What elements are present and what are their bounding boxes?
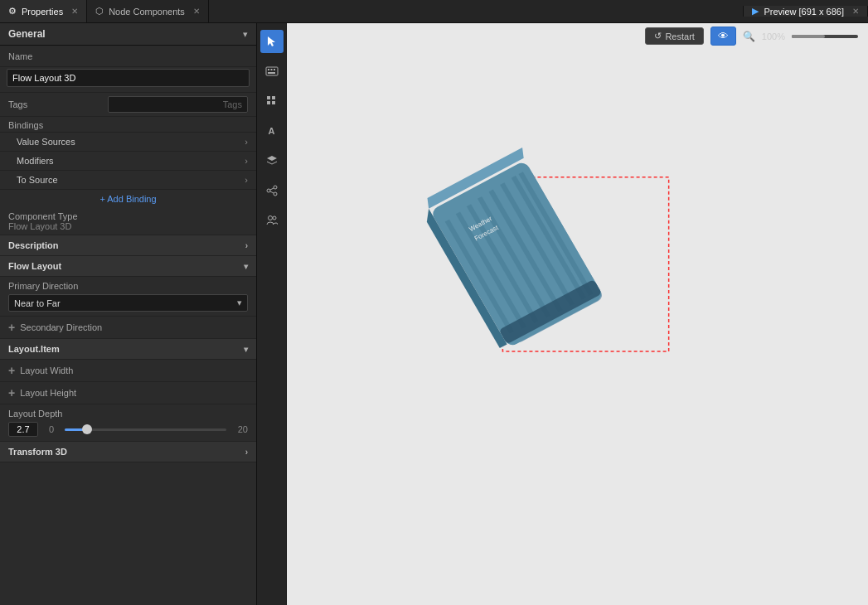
tags-input[interactable]: Tags	[108, 96, 248, 113]
node-components-tab-label: Node Components	[109, 7, 185, 17]
to-source-label: To Source	[17, 175, 58, 185]
tab-preview[interactable]: ▶ Preview [691 x 686] ✕	[744, 6, 868, 17]
svg-rect-2	[268, 69, 269, 70]
eye-icon: 👁	[718, 30, 729, 42]
flow-layout-label: Flow Layout	[8, 261, 61, 271]
left-panel: General ▾ Name Tags Tags Bindings Value …	[0, 23, 257, 605]
svg-marker-10	[267, 156, 277, 161]
svg-marker-0	[268, 36, 275, 46]
flow-layout-chevron-icon: ▾	[244, 262, 248, 271]
layout-height-label: Layout Height	[20, 388, 76, 398]
layout-height-row[interactable]: + Layout Height	[0, 382, 256, 404]
keyboard-icon	[265, 66, 279, 76]
primary-direction-dropdown-icon: ▾	[237, 298, 242, 308]
pointer-icon	[266, 36, 278, 47]
svg-line-16	[270, 188, 274, 190]
layout-depth-label: Layout Depth	[8, 409, 248, 419]
name-input[interactable]	[7, 69, 250, 87]
layout-depth-max: 20	[231, 424, 248, 434]
layout-depth-slider-thumb[interactable]	[82, 424, 92, 434]
keyboard-tool-button[interactable]	[260, 60, 284, 83]
preview-toolbar: ↺ Restart 👁 🔍 100%	[635, 23, 868, 49]
svg-line-17	[270, 191, 274, 193]
users-tool-button[interactable]	[260, 209, 284, 232]
node-components-tab-icon: ⬡	[95, 6, 104, 17]
primary-direction-value: Near to Far	[14, 298, 61, 308]
svg-rect-6	[267, 96, 270, 99]
svg-point-19	[273, 216, 276, 220]
layout-depth-row: Layout Depth 0 20	[0, 404, 256, 442]
name-input-row	[0, 67, 256, 93]
tags-placeholder: Tags	[223, 99, 242, 109]
primary-direction-label: Primary Direction	[8, 281, 248, 291]
layout-depth-controls: 0 20	[8, 422, 248, 437]
secondary-direction-row[interactable]: + Secondary Direction	[0, 317, 256, 339]
grid-tool-button[interactable]	[260, 90, 284, 113]
component-type-row: Component Type Flow Layout 3D	[0, 208, 256, 235]
tags-row: Tags Tags	[0, 93, 256, 117]
layout-depth-slider-track	[65, 428, 226, 431]
share-icon	[266, 185, 278, 196]
add-binding-button[interactable]: + Add Binding	[0, 190, 256, 208]
tags-label: Tags	[8, 99, 108, 109]
description-chevron-icon: ›	[245, 241, 248, 250]
zoom-fill	[792, 35, 825, 38]
properties-tab-close[interactable]: ✕	[71, 7, 78, 16]
svg-point-14	[274, 186, 277, 189]
primary-direction-row: Primary Direction Near to Far ▾	[0, 277, 256, 317]
layout-width-row[interactable]: + Layout Width	[0, 360, 256, 382]
text-size-icon: A	[269, 126, 275, 136]
to-source-row[interactable]: To Source ›	[0, 171, 256, 190]
3d-preview-svg: Weather Forecast	[287, 23, 868, 605]
layout-depth-input[interactable]	[8, 422, 38, 437]
text-size-tool-button[interactable]: A	[260, 119, 284, 143]
transform-3d-section-header[interactable]: Transform 3D ›	[0, 442, 256, 462]
svg-line-11	[267, 162, 272, 164]
modifiers-arrow-icon: ›	[245, 156, 248, 166]
layout-depth-min: 0	[43, 424, 60, 434]
tab-properties[interactable]: ⚙ Properties ✕	[0, 0, 87, 22]
component-type-label: Component Type	[8, 211, 78, 221]
svg-rect-4	[274, 69, 275, 70]
description-section-header[interactable]: Description ›	[0, 235, 256, 256]
node-components-tab-close[interactable]: ✕	[193, 7, 200, 16]
modifiers-row[interactable]: Modifiers ›	[0, 152, 256, 171]
layers-tool-button[interactable]	[260, 149, 284, 172]
restart-button[interactable]: ↺ Restart	[645, 27, 703, 45]
zoom-slider[interactable]	[792, 35, 858, 38]
icon-bar: A	[257, 23, 287, 605]
restart-icon: ↺	[654, 31, 662, 41]
zoom-level: 100%	[762, 31, 785, 41]
pointer-tool-button[interactable]	[260, 30, 284, 53]
modifiers-label: Modifiers	[17, 156, 54, 166]
svg-rect-9	[272, 101, 275, 104]
grid-icon	[266, 95, 278, 107]
tab-node-components[interactable]: ⬡ Node Components ✕	[87, 0, 209, 22]
layout-width-label: Layout Width	[20, 365, 73, 375]
svg-rect-8	[267, 101, 270, 104]
preview-scene: Weather Forecast	[287, 23, 868, 605]
secondary-direction-label: Secondary Direction	[20, 322, 102, 332]
preview-tab-close[interactable]: ✕	[852, 7, 859, 16]
preview-tab-label: Preview [691 x 686]	[764, 7, 844, 17]
layout-width-plus-icon: +	[8, 364, 15, 377]
search-icon: 🔍	[743, 31, 755, 42]
svg-line-12	[272, 162, 277, 164]
bindings-section-label: Bindings	[0, 117, 256, 133]
value-sources-arrow-icon: ›	[245, 137, 248, 147]
preview-wrapper: ↺ Restart 👁 🔍 100%	[287, 23, 868, 605]
eye-button[interactable]: 👁	[710, 27, 736, 46]
name-row: Name	[0, 46, 256, 67]
share-tool-button[interactable]	[260, 179, 284, 202]
general-section-header[interactable]: General ▾	[0, 23, 256, 46]
value-sources-row[interactable]: Value Sources ›	[0, 133, 256, 152]
flow-layout-section-header[interactable]: Flow Layout ▾	[0, 256, 256, 277]
layout-item-section-header[interactable]: Layout.Item ▾	[0, 339, 256, 360]
users-icon	[266, 215, 278, 226]
tab-bar: ⚙ Properties ✕ ⬡ Node Components ✕ ▶ Pre…	[0, 0, 868, 23]
svg-rect-3	[270, 69, 272, 70]
primary-direction-select[interactable]: Near to Far ▾	[8, 294, 248, 312]
layout-item-label: Layout.Item	[8, 344, 60, 354]
svg-point-15	[274, 192, 277, 196]
secondary-direction-plus-icon: +	[8, 321, 15, 334]
